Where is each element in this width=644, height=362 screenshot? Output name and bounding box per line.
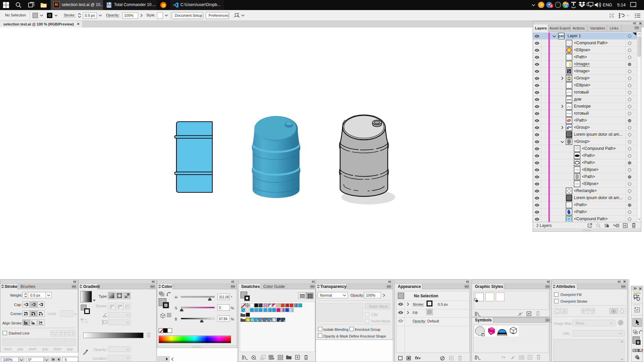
svg-text:дом: дом — [567, 99, 571, 101]
svg-text:2: 2 — [550, 4, 552, 8]
